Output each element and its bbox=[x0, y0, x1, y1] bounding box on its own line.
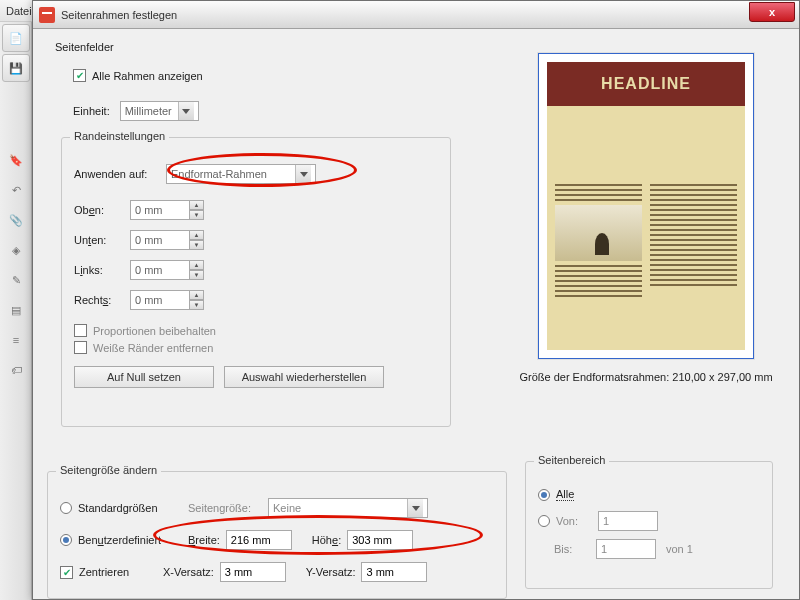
left-label: Links: bbox=[74, 264, 130, 276]
height-input[interactable]: 303 mm bbox=[347, 530, 413, 550]
bottom-label: Unten: bbox=[74, 234, 130, 246]
unit-select[interactable]: Millimeter bbox=[120, 101, 199, 121]
standard-sizes-radio[interactable] bbox=[60, 502, 72, 514]
dialog-title: Seitenrahmen festlegen bbox=[61, 9, 749, 21]
center-label: Zentrieren bbox=[79, 566, 163, 578]
chevron-down-icon bbox=[295, 165, 311, 183]
apply-to-select[interactable]: Endformat-Rahmen bbox=[166, 164, 316, 184]
seitenfelder-legend: Seitenfelder bbox=[55, 41, 114, 53]
range-from-radio[interactable] bbox=[538, 515, 550, 527]
left-toolbar: 📄 💾 🔖 ↶ 📎 ◈ ✎ ▤ ≡ 🏷 bbox=[0, 22, 32, 600]
standard-sizes-label: Standardgrößen bbox=[78, 502, 188, 514]
preview-image bbox=[555, 205, 642, 261]
range-of-label: von 1 bbox=[666, 543, 693, 555]
top-label: Oben: bbox=[74, 204, 130, 216]
page-preview: HEADLINE Größe der Endformatsrahmen: 210… bbox=[517, 53, 775, 383]
range-to-input[interactable]: 1 bbox=[596, 539, 656, 559]
width-input[interactable]: 216 mm bbox=[226, 530, 292, 550]
remove-white-label: Weiße Ränder entfernen bbox=[93, 342, 213, 354]
toolbar-layers-icon[interactable]: ◈ bbox=[2, 236, 30, 264]
range-from-label: Von: bbox=[556, 515, 598, 527]
toolbar-tag-icon[interactable]: 🏷 bbox=[2, 356, 30, 384]
apply-to-value: Endformat-Rahmen bbox=[171, 165, 289, 183]
page-size-group: Seitengröße ändern Standardgrößen Seiten… bbox=[47, 471, 507, 599]
preview-headline: HEADLINE bbox=[547, 62, 745, 106]
unit-select-value: Millimeter bbox=[125, 102, 172, 120]
toolbar-file-icon[interactable]: 💾 bbox=[2, 54, 30, 82]
toolbar-pdf-icon[interactable]: 📄 bbox=[2, 24, 30, 52]
unit-label: Einheit: bbox=[73, 105, 110, 117]
constrain-checkbox[interactable] bbox=[74, 324, 87, 337]
center-checkbox[interactable] bbox=[60, 566, 73, 579]
dialog-body: Seitenfelder Alle Rahmen anzeigen Einhei… bbox=[47, 41, 785, 585]
range-to-label: Bis: bbox=[554, 543, 596, 555]
toolbar-attach-icon[interactable]: 📎 bbox=[2, 206, 30, 234]
custom-label: Benutzerdefiniert bbox=[78, 534, 188, 546]
toolbar-sign-icon[interactable]: ✎ bbox=[2, 266, 30, 294]
revert-button[interactable]: Auswahl wiederherstellen bbox=[224, 366, 384, 388]
reset-button[interactable]: Auf Null setzen bbox=[74, 366, 214, 388]
app-icon bbox=[39, 7, 55, 23]
width-label: Breite: bbox=[188, 534, 220, 546]
xoffset-label: X-Versatz: bbox=[163, 566, 214, 578]
dialog-titlebar: Seitenrahmen festlegen x bbox=[33, 1, 799, 29]
custom-radio[interactable] bbox=[60, 534, 72, 546]
right-input[interactable]: 0 mm▲▼ bbox=[130, 290, 204, 310]
chevron-down-icon bbox=[407, 499, 423, 517]
xoffset-input[interactable]: 3 mm bbox=[220, 562, 286, 582]
toolbar-pages-icon[interactable]: ▤ bbox=[2, 296, 30, 324]
preview-caption: Größe der Endformatsrahmen: 210,00 x 297… bbox=[517, 371, 775, 383]
spinner-up-icon: ▲ bbox=[190, 200, 204, 210]
show-all-frames-checkbox[interactable] bbox=[73, 69, 86, 82]
range-all-label: Alle bbox=[556, 488, 574, 501]
right-label: Rechts: bbox=[74, 294, 130, 306]
menu-file[interactable]: Datei bbox=[6, 5, 32, 17]
toolbar-undo-icon[interactable]: ↶ bbox=[2, 176, 30, 204]
left-input[interactable]: 0 mm▲▼ bbox=[130, 260, 204, 280]
height-label: Höhe: bbox=[312, 534, 341, 546]
toolbar-bookmark-icon[interactable]: 🔖 bbox=[2, 146, 30, 174]
remove-white-checkbox[interactable] bbox=[74, 341, 87, 354]
dialog-page-boxes: Seitenrahmen festlegen x Seitenfelder Al… bbox=[32, 0, 800, 600]
bottom-input[interactable]: 0 mm▲▼ bbox=[130, 230, 204, 250]
spinner-down-icon: ▼ bbox=[190, 210, 204, 220]
margin-settings-legend: Randeinstellungen bbox=[70, 130, 169, 142]
toolbar-list-icon[interactable]: ≡ bbox=[2, 326, 30, 354]
yoffset-label: Y-Versatz: bbox=[306, 566, 356, 578]
pagesize-label: Seitengröße: bbox=[188, 502, 268, 514]
range-from-input[interactable]: 1 bbox=[598, 511, 658, 531]
page-range-group: Seitenbereich Alle Von: 1 Bis: 1 von 1 bbox=[525, 461, 773, 589]
page-size-legend: Seitengröße ändern bbox=[56, 464, 161, 476]
show-all-frames-label: Alle Rahmen anzeigen bbox=[92, 70, 203, 82]
page-thumbnail: HEADLINE bbox=[538, 53, 754, 359]
chevron-down-icon bbox=[178, 102, 194, 120]
close-button[interactable]: x bbox=[749, 2, 795, 22]
pagesize-value: Keine bbox=[273, 499, 401, 517]
pagesize-select[interactable]: Keine bbox=[268, 498, 428, 518]
constrain-label: Proportionen beibehalten bbox=[93, 325, 216, 337]
margin-settings-group: Randeinstellungen Anwenden auf: Endforma… bbox=[61, 137, 451, 427]
page-range-legend: Seitenbereich bbox=[534, 454, 609, 466]
yoffset-input[interactable]: 3 mm bbox=[361, 562, 427, 582]
range-all-radio[interactable] bbox=[538, 489, 550, 501]
apply-to-label: Anwenden auf: bbox=[74, 168, 166, 180]
top-input[interactable]: 0 mm▲▼ bbox=[130, 200, 204, 220]
